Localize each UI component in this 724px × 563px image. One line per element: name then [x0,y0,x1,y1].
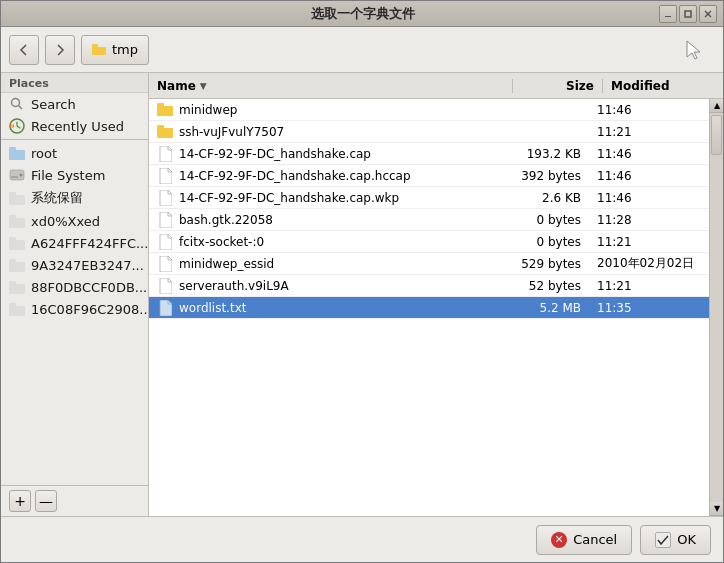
file-modified-cell: 11:46 [589,103,709,117]
svg-point-15 [20,174,23,177]
col-size-header[interactable]: Size [513,79,603,93]
file-name-cell: minidwep_essid [149,256,499,272]
file-type-icon [157,124,173,140]
scrollbar-thumb[interactable] [711,115,722,155]
sidebar-item-filesystem[interactable]: File System [1,164,148,186]
forward-button[interactable] [45,35,75,65]
svg-rect-0 [685,11,691,17]
sidebar-add-btn[interactable]: + [9,490,31,512]
file-size-cell: 193.2 KB [499,147,589,161]
scrollbar[interactable]: ▲ ▼ [709,99,723,516]
ok-label: OK [677,532,696,547]
sidebar-item-16c0[interactable]: 16C08F96C2908... [1,298,148,320]
toolbar: tmp [1,27,723,73]
sidebar-item-9a3247[interactable]: 9A3247EB3247... [1,254,148,276]
table-row[interactable]: minidwep 11:46 [149,99,709,121]
sidebar-item-system-reserved[interactable]: 系统保留 [1,186,148,210]
file-name-cell: ssh-vuJFvulY7507 [149,124,499,140]
folder-9a3247-icon [9,257,25,273]
sidebar-9a3247-label: 9A3247EB3247... [31,258,144,273]
table-row[interactable]: serverauth.v9iL9A 52 bytes 11:21 [149,275,709,297]
folder-icon [157,125,173,138]
file-type-icon [157,146,173,162]
bottom-bar: ✕ Cancel OK [1,516,723,562]
folder-xd0-icon [9,213,25,229]
svg-rect-29 [157,106,173,116]
table-row[interactable]: bash.gtk.22058 0 bytes 11:28 [149,209,709,231]
location-button[interactable]: tmp [81,35,149,65]
minimize-btn[interactable] [659,5,677,23]
svg-rect-28 [9,303,16,307]
sidebar-item-88f0[interactable]: 88F0DBCCF0DB... [1,276,148,298]
sidebar-item-recently-used[interactable]: Recently Used [1,115,148,137]
sidebar-spacer [1,320,148,485]
svg-rect-18 [9,192,16,196]
sidebar-divider-1 [1,139,148,140]
table-row[interactable]: 14-CF-92-9F-DC_handshake.cap 193.2 KB 11… [149,143,709,165]
sidebar-a624-label: A624FFF424FFC... [31,236,148,251]
sidebar-item-root[interactable]: root [1,142,148,164]
svg-rect-23 [9,262,25,272]
cancel-button[interactable]: ✕ Cancel [536,525,632,555]
file-icon [159,300,172,316]
window-title: 选取一个字典文件 [67,5,659,23]
file-modified-cell: 11:21 [589,235,709,249]
table-row[interactable]: minidwep_essid 529 bytes 2010年02月02日 [149,253,709,275]
table-row[interactable]: wordlist.txt 5.2 MB 11:35 [149,297,709,319]
scroll-down-btn[interactable]: ▼ [710,502,723,516]
back-button[interactable] [9,35,39,65]
svg-rect-25 [9,284,25,294]
file-modified-cell: 11:21 [589,279,709,293]
col-modified-header[interactable]: Modified [603,79,723,93]
sidebar-search-label: Search [31,97,76,112]
file-type-icon [157,300,173,316]
cursor-icon [685,39,705,61]
close-btn[interactable] [699,5,717,23]
file-name-cell: 14-CF-92-9F-DC_handshake.cap [149,146,499,162]
svg-rect-19 [9,218,25,228]
file-type-icon [157,256,173,272]
sidebar-item-search[interactable]: Search [1,93,148,115]
location-label: tmp [112,42,138,57]
file-name-cell: bash.gtk.22058 [149,212,499,228]
svg-rect-20 [9,215,16,219]
svg-rect-21 [9,240,25,250]
sidebar-recently-used-label: Recently Used [31,119,124,134]
table-row[interactable]: fcitx-socket-:0 0 bytes 11:21 [149,231,709,253]
svg-rect-13 [9,147,16,151]
file-panel: Name ▼ Size Modified minidwep 11:46 [149,73,723,516]
file-list-container: minidwep 11:46 ssh-vuJFvulY7507 11:21 14… [149,99,723,516]
ok-icon [655,532,671,548]
file-size-cell: 2.6 KB [499,191,589,205]
file-modified-cell: 11:35 [589,301,709,315]
sidebar-remove-btn[interactable]: — [35,490,57,512]
svg-rect-24 [9,259,16,263]
col-name-header[interactable]: Name ▼ [149,79,513,93]
maximize-btn[interactable] [679,5,697,23]
file-list[interactable]: minidwep 11:46 ssh-vuJFvulY7507 11:21 14… [149,99,709,516]
file-icon [159,234,172,250]
sidebar-item-a624[interactable]: A624FFF424FFC... [1,232,148,254]
cursor-area [155,39,715,61]
svg-line-7 [19,106,23,110]
table-row[interactable]: 14-CF-92-9F-DC_handshake.cap.hccap 392 b… [149,165,709,187]
scroll-up-btn[interactable]: ▲ [710,99,723,113]
table-row[interactable]: ssh-vuJFvulY7507 11:21 [149,121,709,143]
file-header: Name ▼ Size Modified [149,73,723,99]
file-icon [159,212,172,228]
sidebar-filesystem-label: File System [31,168,105,183]
file-icon [159,278,172,294]
table-row[interactable]: 14-CF-92-9F-DC_handshake.cap.wkp 2.6 KB … [149,187,709,209]
ok-button[interactable]: OK [640,525,711,555]
svg-rect-4 [92,44,98,48]
file-size-cell: 392 bytes [499,169,589,183]
sidebar-root-label: root [31,146,57,161]
file-type-icon [157,212,173,228]
sidebar: Places Search [1,73,149,516]
scrollbar-track[interactable] [710,113,723,502]
folder-88f0-icon [9,279,25,295]
folder-system-icon [9,190,25,206]
sidebar-item-xd0xxed[interactable]: xd0%Xxed [1,210,148,232]
svg-rect-32 [157,125,164,129]
sidebar-xd0-label: xd0%Xxed [31,214,100,229]
